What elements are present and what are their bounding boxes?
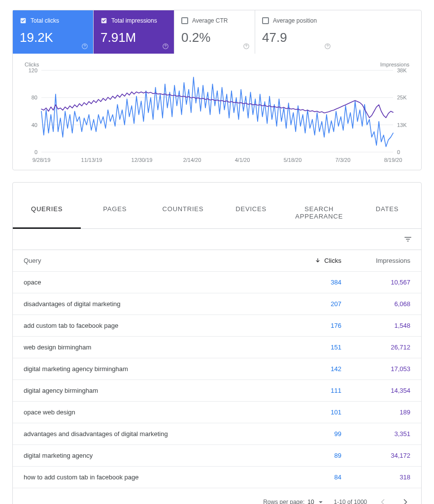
- dimension-tabs: QUERIESPAGESCOUNTRIESDEVICESSEARCH APPEA…: [13, 196, 421, 229]
- svg-text:7/3/20: 7/3/20: [335, 157, 351, 163]
- table-row[interactable]: digital marketing agency birmingham14217…: [13, 358, 421, 380]
- cell-impressions: 34,172: [341, 452, 410, 459]
- col-header-clicks[interactable]: Clicks: [272, 257, 341, 264]
- cell-impressions: 318: [341, 473, 410, 481]
- help-icon[interactable]: [162, 43, 169, 50]
- metric-label-ctr: Average CTR: [192, 17, 228, 24]
- dimensions-card: QUERIESPAGESCOUNTRIESDEVICESSEARCH APPEA…: [12, 182, 422, 504]
- cell-impressions: 1,548: [341, 322, 410, 329]
- cell-query: digital agency birmingham: [24, 387, 272, 394]
- svg-text:0: 0: [397, 149, 400, 155]
- table-row[interactable]: web design birmingham15126,712: [13, 337, 421, 358]
- prev-page-button[interactable]: [376, 495, 390, 504]
- metric-row: Total clicks19.2KTotal impressions7.91MA…: [13, 10, 421, 54]
- next-page-button[interactable]: [399, 495, 412, 504]
- svg-text:8/19/20: 8/19/20: [384, 157, 402, 163]
- metric-label-impressions: Total impressions: [111, 17, 157, 24]
- chart-area: Clicks Impressions 004013K8025K12038K9/2…: [13, 54, 421, 170]
- svg-text:0: 0: [34, 149, 37, 155]
- svg-text:120: 120: [29, 67, 37, 73]
- metric-label-position: Average position: [273, 17, 317, 24]
- cell-impressions: 10,567: [341, 279, 410, 286]
- cell-clicks: 151: [272, 344, 341, 351]
- page-range: 1-10 of 1000: [334, 499, 367, 504]
- performance-card: Total clicks19.2KTotal impressions7.91MA…: [12, 10, 422, 170]
- tab-countries[interactable]: COUNTRIES: [149, 196, 217, 228]
- svg-text:25K: 25K: [397, 94, 407, 100]
- cell-query: opace web design: [24, 409, 272, 416]
- metric-value-impressions: 7.91M: [100, 30, 167, 45]
- cell-query: opace: [24, 279, 272, 286]
- metric-checkbox-position: [262, 17, 269, 24]
- chart-left-axis-label: Clicks: [25, 62, 39, 67]
- metric-impressions[interactable]: Total impressions7.91M: [94, 10, 174, 54]
- cell-clicks: 111: [272, 387, 341, 394]
- cell-query: digital marketing agency: [24, 452, 272, 459]
- tab-search-appearance[interactable]: SEARCH APPEARANCE: [285, 196, 353, 228]
- table-row[interactable]: digital marketing agency8934,172: [13, 445, 421, 467]
- svg-text:80: 80: [32, 94, 37, 100]
- help-icon[interactable]: [324, 43, 331, 50]
- col-header-clicks-label: Clicks: [324, 257, 341, 264]
- col-header-impressions[interactable]: Impressions: [341, 257, 410, 264]
- cell-clicks: 101: [272, 409, 341, 416]
- svg-text:5/18/20: 5/18/20: [284, 157, 302, 163]
- cell-query: disadvantages of digital marketing: [24, 300, 272, 308]
- tab-queries[interactable]: QUERIES: [13, 196, 81, 229]
- metric-position[interactable]: Average position47.9: [255, 10, 336, 54]
- cell-query: digital marketing agency birmingham: [24, 365, 272, 373]
- svg-text:12/30/19: 12/30/19: [132, 157, 153, 163]
- cell-impressions: 17,053: [341, 365, 410, 373]
- metric-value-ctr: 0.2%: [181, 30, 248, 45]
- help-icon[interactable]: [81, 43, 88, 50]
- table-row[interactable]: opace web design101189: [13, 402, 421, 423]
- cell-clicks: 84: [272, 473, 341, 481]
- table-row[interactable]: digital agency birmingham11114,354: [13, 380, 421, 402]
- table-header-row: Query Clicks Impressions: [13, 250, 421, 272]
- svg-text:40: 40: [32, 122, 37, 128]
- cell-clicks: 89: [272, 452, 341, 459]
- dropdown-icon: [316, 498, 325, 504]
- cell-clicks: 384: [272, 279, 341, 286]
- table-row[interactable]: add custom tab to facebook page1761,548: [13, 315, 421, 337]
- chart-right-axis-label: Impressions: [380, 62, 409, 67]
- metric-value-position: 47.9: [262, 30, 329, 45]
- table-row[interactable]: how to add custom tab in facebook page84…: [13, 467, 421, 488]
- svg-point-5: [166, 47, 166, 48]
- cell-impressions: 189: [341, 409, 410, 416]
- metric-ctr[interactable]: Average CTR0.2%: [174, 10, 255, 54]
- table-row[interactable]: opace38410,567: [13, 272, 421, 293]
- table-row[interactable]: advantages and disadvantages of digital …: [13, 423, 421, 445]
- svg-point-2: [85, 47, 85, 48]
- cell-clicks: 176: [272, 322, 341, 329]
- svg-text:2/14/20: 2/14/20: [183, 157, 201, 163]
- metric-clicks[interactable]: Total clicks19.2K: [13, 10, 94, 54]
- table-row[interactable]: disadvantages of digital marketing2076,0…: [13, 293, 421, 315]
- cell-query: web design birmingham: [24, 344, 272, 351]
- help-icon[interactable]: [243, 43, 250, 50]
- chevron-left-icon: [378, 497, 388, 504]
- metric-checkbox-impressions: [100, 17, 107, 24]
- tab-devices[interactable]: DEVICES: [217, 196, 285, 228]
- cell-clicks: 207: [272, 300, 341, 308]
- rows-per-page-label: Rows per page:: [263, 499, 304, 504]
- svg-point-7: [246, 47, 247, 48]
- performance-chart: 004013K8025K12038K9/28/1911/13/1912/30/1…: [23, 67, 412, 166]
- chevron-right-icon: [401, 497, 410, 504]
- cell-impressions: 3,351: [341, 430, 410, 438]
- col-header-query[interactable]: Query: [24, 257, 272, 264]
- tab-dates[interactable]: DATES: [353, 196, 421, 228]
- table-toolbar: [13, 229, 421, 250]
- rows-per-page-select[interactable]: 10: [307, 498, 325, 504]
- filter-icon[interactable]: [403, 235, 412, 244]
- cell-query: how to add custom tab in facebook page: [24, 473, 272, 481]
- svg-text:13K: 13K: [397, 122, 407, 128]
- tab-pages[interactable]: PAGES: [81, 196, 149, 228]
- cell-query: add custom tab to facebook page: [24, 322, 272, 329]
- rows-per-page-value: 10: [307, 499, 314, 504]
- svg-point-9: [328, 47, 328, 48]
- svg-text:9/28/19: 9/28/19: [33, 157, 51, 163]
- svg-text:11/13/19: 11/13/19: [81, 157, 102, 163]
- cell-impressions: 6,068: [341, 300, 410, 308]
- sort-desc-icon: [314, 257, 321, 264]
